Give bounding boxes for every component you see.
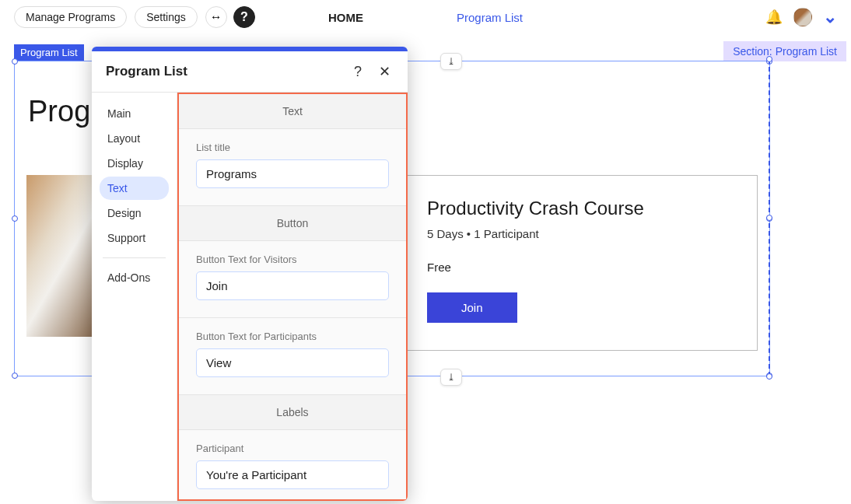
- panel-form-area: Text List title Button Button Text for V…: [177, 93, 408, 501]
- selection-handle[interactable]: [766, 56, 772, 62]
- topbar-right: 🔔 ⌄: [765, 7, 837, 27]
- settings-panel: Program List ? ✕ Main Layout Display Tex…: [92, 47, 408, 501]
- nav-program-list[interactable]: Program List: [457, 11, 523, 24]
- bell-icon[interactable]: 🔔: [765, 9, 783, 26]
- panel-body: Main Layout Display Text Design Support …: [92, 93, 408, 501]
- tab-layout[interactable]: Layout: [100, 127, 169, 150]
- program-card-meta: 5 Days • 1 Participant: [427, 227, 735, 240]
- side-divider: [103, 257, 166, 258]
- program-image: [26, 175, 95, 337]
- program-card[interactable]: Productivity Crash Course 5 Days • 1 Par…: [404, 175, 758, 351]
- program-card-title: Productivity Crash Course: [427, 198, 735, 219]
- vertical-guide: [769, 59, 770, 376]
- selection-handle[interactable]: [766, 373, 772, 380]
- selection-handle[interactable]: [766, 215, 772, 221]
- btn-visitors-label: Button Text for Visitors: [196, 254, 389, 265]
- insert-section-bottom[interactable]: ⤓: [440, 369, 462, 386]
- tab-text[interactable]: Text: [100, 177, 169, 200]
- selection-handle[interactable]: [12, 373, 18, 379]
- join-button[interactable]: Join: [427, 292, 517, 323]
- tab-design[interactable]: Design: [100, 201, 169, 225]
- nav-home[interactable]: HOME: [328, 11, 363, 24]
- swap-icon[interactable]: ↔: [205, 6, 227, 28]
- chevron-down-icon[interactable]: ⌄: [823, 7, 837, 27]
- section-label-program-list: Program List: [14, 44, 84, 61]
- group-header-labels: Labels: [179, 395, 406, 430]
- tab-addons[interactable]: Add-Ons: [100, 266, 169, 289]
- settings-button[interactable]: Settings: [135, 6, 198, 28]
- selection-handle[interactable]: [12, 215, 18, 222]
- manage-programs-button[interactable]: Manage Programs: [14, 6, 127, 28]
- top-bar: Manage Programs Settings ↔ ? HOME Progra…: [0, 0, 851, 34]
- list-title-input[interactable]: [196, 159, 389, 188]
- panel-side-tabs: Main Layout Display Text Design Support …: [92, 93, 177, 501]
- program-card-price: Free: [427, 261, 735, 274]
- tab-support[interactable]: Support: [100, 226, 169, 250]
- group-header-button: Button: [179, 206, 406, 241]
- btn-participants-label: Button Text for Participants: [196, 331, 389, 342]
- panel-header: Program List ? ✕: [92, 51, 408, 93]
- panel-title: Program List: [106, 64, 341, 79]
- insert-section-top[interactable]: ⤓: [440, 53, 462, 70]
- close-icon[interactable]: ✕: [375, 62, 394, 81]
- group-header-text: Text: [179, 94, 406, 129]
- section-label-right: Section: Program List: [723, 41, 846, 61]
- nav-center: HOME Program List: [328, 11, 523, 24]
- tab-display[interactable]: Display: [100, 152, 169, 175]
- avatar[interactable]: [793, 8, 812, 26]
- help-icon[interactable]: ?: [233, 6, 255, 28]
- list-title-label: List title: [196, 142, 389, 153]
- participant-input[interactable]: [196, 460, 389, 489]
- participant-label: Participant: [196, 443, 389, 454]
- selection-handle[interactable]: [12, 58, 18, 65]
- tab-main[interactable]: Main: [100, 102, 169, 125]
- btn-visitors-input[interactable]: [196, 271, 389, 300]
- panel-help-icon[interactable]: ?: [348, 62, 367, 81]
- btn-participants-input[interactable]: [196, 348, 389, 377]
